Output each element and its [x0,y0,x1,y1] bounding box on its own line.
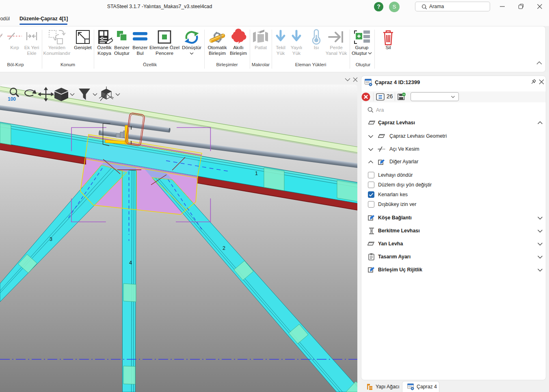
svg-text:1: 1 [255,171,258,176]
svg-text:2: 2 [223,245,225,251]
svg-text:3: 3 [50,236,52,242]
svg-text:4: 4 [129,260,132,266]
svg-text:100: 100 [8,96,16,102]
